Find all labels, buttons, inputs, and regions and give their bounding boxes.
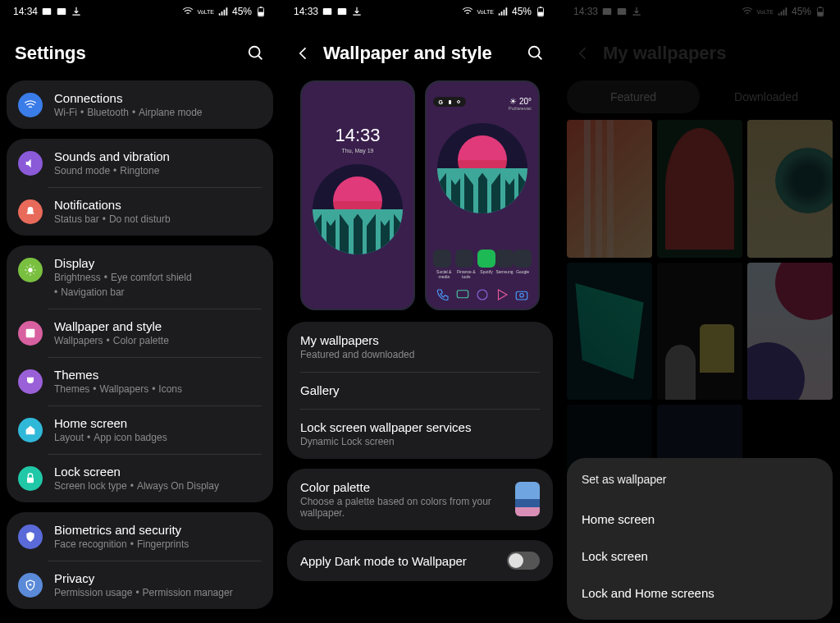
option-lock-and-home[interactable]: Lock and Home screens <box>582 575 818 612</box>
page-title: Wallpaper and style <box>323 43 515 64</box>
back-icon[interactable] <box>295 45 312 62</box>
status-bar: 14:33 VoLTE 45% <box>284 0 556 23</box>
settings-row-display[interactable]: Display BrightnessEye comfort shieldNavi… <box>7 245 273 309</box>
svg-rect-8 <box>27 478 34 483</box>
svg-rect-10 <box>323 8 332 15</box>
download-icon <box>351 6 363 17</box>
svg-rect-18 <box>516 291 527 300</box>
preview-date: Thu, May 19 <box>302 148 413 153</box>
settings-row-connections[interactable]: Connections Wi-Fi Bluetooth Airplane mod… <box>7 80 273 129</box>
settings-row-sounds[interactable]: Sounds and vibration Sound modeRingtone <box>7 139 273 187</box>
settings-group-display: Display BrightnessEye comfort shieldNavi… <box>7 245 273 502</box>
lock-icon <box>18 466 43 491</box>
browser-icon <box>475 287 490 302</box>
sheet-title: Set as wallpaper <box>582 473 818 486</box>
palette-swatch <box>515 482 540 516</box>
privacy-icon <box>18 573 43 598</box>
status-bar: 14:34 VoLTE 45% <box>3 0 276 23</box>
set-wallpaper-sheet: Set as wallpaper Home screen Lock screen… <box>567 458 833 620</box>
wallpaper-art <box>313 164 403 254</box>
settings-group-sound: Sounds and vibration Sound modeRingtone … <box>7 139 273 236</box>
settings-row-biometrics[interactable]: Biometrics and security Face recognition… <box>7 512 273 561</box>
svg-point-9 <box>30 584 32 586</box>
image-icon <box>322 6 333 17</box>
signal-icon <box>497 6 509 17</box>
svg-point-17 <box>477 290 487 300</box>
settings-row-notifications[interactable]: Notifications Status barDo not disturb <box>7 187 273 236</box>
wallpaper-sources-group: My wallpapers Featured and downloaded Ga… <box>287 322 553 459</box>
lockscreen-preview[interactable]: 14:33 Thu, May 19 <box>300 80 415 310</box>
my-wallpapers-row[interactable]: My wallpapers Featured and downloaded <box>287 322 553 372</box>
svg-point-5 <box>249 47 260 57</box>
option-lock-screen[interactable]: Lock screen <box>582 538 818 575</box>
image-icon <box>41 6 52 17</box>
my-wallpapers-panel: 14:33 VoLTE 45% My wallpapers Featured D… <box>559 0 839 623</box>
wallpaper-icon <box>18 321 43 346</box>
status-time: 14:34 <box>13 6 38 17</box>
svg-rect-14 <box>540 7 541 7</box>
dark-mode-group: Apply Dark mode to Wallpaper <box>287 540 553 581</box>
svg-rect-3 <box>258 12 263 16</box>
weather-widget: ☀ 20° Požarevac <box>509 97 532 111</box>
display-icon <box>18 258 43 282</box>
svg-rect-11 <box>338 8 347 15</box>
preview-clock: 14:33 <box>302 125 413 146</box>
wifi-icon <box>18 93 43 117</box>
wifi-icon <box>462 6 473 17</box>
battery-icon <box>535 6 546 17</box>
search-icon[interactable] <box>527 44 545 62</box>
battery-percent: 45% <box>232 6 252 17</box>
svg-rect-4 <box>260 7 262 7</box>
svg-point-19 <box>520 294 524 298</box>
wallpaper-style-panel: 14:33 VoLTE 45% Wallpaper and style 14:3… <box>280 0 559 623</box>
home-icons: Social & media Finance & tools Spotify S… <box>433 250 532 302</box>
sound-icon <box>18 151 43 176</box>
volte-label: VoLTE <box>197 9 214 15</box>
battery-icon <box>255 6 267 17</box>
settings-group-security: Biometrics and security Face recognition… <box>7 512 273 609</box>
svg-rect-1 <box>57 8 66 15</box>
wallpaper-previews: 14:33 Thu, May 19 G ☀ 20° Požarevac Soci… <box>284 80 556 322</box>
settings-group-connections: Connections Wi-Fi Bluetooth Airplane mod… <box>7 80 273 129</box>
play-store-icon <box>495 287 509 302</box>
home-icon <box>18 418 43 442</box>
homescreen-preview[interactable]: G ☀ 20° Požarevac Social & media Finance… <box>425 80 540 310</box>
search-icon[interactable] <box>247 44 265 62</box>
message-icon <box>455 287 470 302</box>
svg-rect-7 <box>26 329 35 338</box>
wallpaper-art <box>437 123 527 213</box>
status-time: 14:33 <box>294 6 318 17</box>
google-search-widget: G <box>433 97 466 107</box>
svg-rect-16 <box>457 291 468 298</box>
row-title: Connections <box>54 91 203 105</box>
svg-point-6 <box>28 268 32 272</box>
settings-row-privacy[interactable]: Privacy Permission usagePermission manag… <box>7 561 273 609</box>
svg-point-15 <box>529 47 540 57</box>
color-palette-row[interactable]: Color palette Choose a palette based on … <box>287 469 553 530</box>
lockscreen-services-row[interactable]: Lock screen wallpaper services Dynamic L… <box>287 409 553 459</box>
themes-icon <box>18 369 43 394</box>
bell-icon <box>18 199 43 224</box>
image-icon <box>56 6 67 17</box>
signal-icon <box>217 6 229 17</box>
wifi-icon <box>182 6 194 17</box>
dark-mode-row[interactable]: Apply Dark mode to Wallpaper <box>287 540 553 581</box>
dark-mode-toggle[interactable] <box>507 552 540 570</box>
settings-row-lock[interactable]: Lock screen Screen lock typeAlways On Di… <box>7 454 273 502</box>
svg-rect-0 <box>43 8 52 15</box>
camera-icon <box>514 287 529 302</box>
settings-row-home[interactable]: Home screen LayoutApp icon badges <box>7 405 273 454</box>
page-title: Settings <box>15 43 235 64</box>
option-home-screen[interactable]: Home screen <box>582 501 818 538</box>
shield-icon <box>18 525 43 549</box>
color-palette-group: Color palette Choose a palette based on … <box>287 469 553 530</box>
svg-rect-13 <box>538 12 543 16</box>
settings-panel: 14:34 VoLTE 45% Settings Connections Wi-… <box>0 0 280 623</box>
gallery-row[interactable]: Gallery <box>287 372 553 409</box>
image-icon <box>336 6 348 17</box>
download-icon <box>71 6 82 17</box>
phone-icon <box>436 287 450 302</box>
settings-row-wallpaper[interactable]: Wallpaper and style WallpapersColor pale… <box>7 309 273 357</box>
settings-row-themes[interactable]: Themes ThemesWallpapersIcons <box>7 357 273 405</box>
